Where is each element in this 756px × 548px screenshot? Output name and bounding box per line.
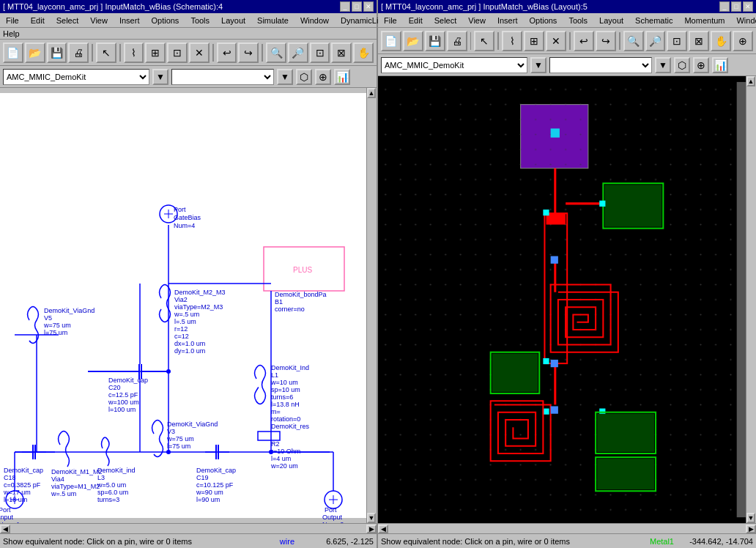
right-maximize-button[interactable]: □: [731, 1, 741, 12]
right-menu-schematic[interactable]: Schematic: [629, 13, 678, 27]
lib-dropdown-btn[interactable]: ▼: [152, 69, 168, 85]
right-menu-layout[interactable]: Layout: [593, 13, 629, 27]
zoom-out-button[interactable]: 🔎: [288, 42, 308, 63]
right-cell-select[interactable]: [549, 57, 652, 73]
right-menu-tools[interactable]: Tools: [563, 13, 593, 27]
menu-edit[interactable]: Edit: [25, 13, 51, 27]
maximize-button[interactable]: □: [352, 1, 362, 12]
right-tool3[interactable]: ⊞: [524, 31, 544, 51]
right-pan[interactable]: ✋: [711, 31, 731, 51]
save-button[interactable]: 💾: [47, 42, 67, 63]
right-zoom-area[interactable]: ⊠: [689, 31, 709, 51]
component-icon[interactable]: ⬡: [296, 69, 312, 85]
insert-comp-button[interactable]: ⊞: [145, 42, 166, 63]
menu-insert[interactable]: Insert: [114, 13, 146, 27]
scroll-up-btn[interactable]: ▲: [367, 88, 376, 98]
right-scrollbar-h[interactable]: ◀ ▶: [378, 523, 756, 533]
open-button[interactable]: 📂: [25, 42, 45, 63]
svg-text:Port: Port: [174, 206, 186, 213]
left-scrollbar-h[interactable]: ◀ ▶: [0, 523, 377, 533]
right-menu-view[interactable]: View: [462, 13, 492, 27]
svg-text:r=10 Ohm: r=10 Ohm: [271, 448, 300, 455]
right-redo-button[interactable]: ↪: [596, 31, 616, 51]
right-pin-icon[interactable]: ⊕: [693, 57, 709, 73]
right-tool5[interactable]: ⊕: [733, 31, 753, 51]
right-menu-momentum[interactable]: Momentum: [678, 13, 730, 27]
right-scroll-left-btn[interactable]: ◀: [378, 525, 388, 533]
insert-wire-button[interactable]: ⌇: [124, 42, 144, 63]
right-menu-options[interactable]: Options: [523, 13, 563, 27]
select-button[interactable]: ↖: [96, 42, 116, 63]
menu-options[interactable]: Options: [145, 13, 185, 27]
menu-select[interactable]: Select: [51, 13, 85, 27]
insert-port-button[interactable]: ⊡: [167, 42, 188, 63]
left-scrollbar-v[interactable]: ▲ ▼: [366, 88, 377, 523]
menu-file[interactable]: File: [0, 13, 25, 27]
right-close-button[interactable]: ✕: [743, 1, 753, 12]
svg-text:l=90 um: l=90 um: [196, 496, 220, 503]
layout-area[interactable]: [378, 76, 746, 523]
right-zoom-out[interactable]: 🔎: [645, 31, 666, 51]
right-menu-insert[interactable]: Insert: [492, 13, 524, 27]
right-print-button[interactable]: 🖨: [447, 31, 467, 51]
close-button[interactable]: ✕: [363, 1, 374, 12]
svg-text:viaType=M1_M2: viaType=M1_M2: [51, 483, 100, 490]
zoom-fit-button[interactable]: ⊡: [310, 42, 330, 63]
svg-text:PLUS: PLUS: [293, 266, 312, 274]
redo-button[interactable]: ↪: [238, 42, 259, 63]
right-component-icon[interactable]: ⬡: [674, 57, 690, 73]
delete-button[interactable]: ✕: [189, 42, 210, 63]
schematic-area[interactable]: Port GateBias Num=4 DemoKit_M2_M3 Via2 v…: [0, 88, 366, 523]
pan-button[interactable]: ✋: [353, 42, 374, 63]
zoom-area-button[interactable]: ⊠: [331, 42, 352, 63]
right-minimize-button[interactable]: _: [719, 1, 730, 12]
scroll-track-v[interactable]: [367, 98, 377, 513]
right-menu-window[interactable]: Window: [730, 13, 756, 27]
right-scrollbar-v[interactable]: ▲ ▼: [746, 76, 756, 523]
right-menu-select[interactable]: Select: [429, 13, 463, 27]
right-title: [ MTT04_layconn_amc_prj ] InputMatch_wBi…: [381, 2, 588, 11]
right-menu-file[interactable]: File: [378, 13, 403, 27]
right-graph-icon[interactable]: 📊: [712, 57, 728, 73]
pin-icon[interactable]: ⊕: [315, 69, 331, 85]
svg-rect-126: [599, 201, 605, 207]
new-button[interactable]: 📄: [3, 42, 23, 63]
right-tool2[interactable]: ⌇: [502, 31, 522, 51]
menu-simulate[interactable]: Simulate: [251, 13, 294, 27]
help-menu-item[interactable]: Help: [3, 29, 20, 38]
right-select-button[interactable]: ↖: [474, 31, 494, 51]
right-scroll-track-h[interactable]: [388, 524, 746, 533]
right-lib-dropdown-btn[interactable]: ▼: [530, 57, 546, 73]
undo-button[interactable]: ↩: [217, 42, 237, 63]
menu-layout[interactable]: Layout: [215, 13, 251, 27]
menu-tools[interactable]: Tools: [185, 13, 215, 27]
cell-dropdown-btn[interactable]: ▼: [277, 69, 293, 85]
scroll-down-btn[interactable]: ▼: [367, 513, 376, 523]
right-cell-dropdown-btn[interactable]: ▼: [655, 57, 671, 73]
scroll-track-h[interactable]: [10, 524, 366, 533]
menu-view[interactable]: View: [84, 13, 114, 27]
right-new-button[interactable]: 📄: [381, 31, 401, 51]
cell-select[interactable]: [171, 69, 274, 85]
right-undo-button[interactable]: ↩: [574, 31, 594, 51]
library-select[interactable]: AMC_MMIC_DemoKit: [3, 69, 149, 85]
print-button[interactable]: 🖨: [68, 42, 89, 63]
right-library-select[interactable]: AMC_MMIC_DemoKit: [381, 57, 527, 73]
right-zoom-fit[interactable]: ⊡: [667, 31, 687, 51]
right-scroll-track-v[interactable]: [746, 86, 756, 513]
right-menu-edit[interactable]: Edit: [403, 13, 429, 27]
graph-icon[interactable]: 📊: [334, 69, 350, 85]
minimize-button[interactable]: _: [340, 1, 350, 12]
right-tool4[interactable]: ✕: [546, 31, 566, 51]
scroll-right-btn[interactable]: ▶: [366, 525, 377, 533]
right-scroll-right-btn[interactable]: ▶: [746, 525, 756, 533]
scroll-left-btn[interactable]: ◀: [0, 525, 10, 533]
svg-point-110: [166, 369, 171, 374]
right-open-button[interactable]: 📂: [403, 31, 423, 51]
zoom-in-button[interactable]: 🔍: [266, 42, 286, 63]
menu-window[interactable]: Window: [294, 13, 335, 27]
right-scroll-up-btn[interactable]: ▲: [746, 76, 755, 86]
right-scroll-down-btn[interactable]: ▼: [746, 513, 755, 523]
right-zoom-in[interactable]: 🔍: [623, 31, 644, 51]
right-save-button[interactable]: 💾: [425, 31, 445, 51]
